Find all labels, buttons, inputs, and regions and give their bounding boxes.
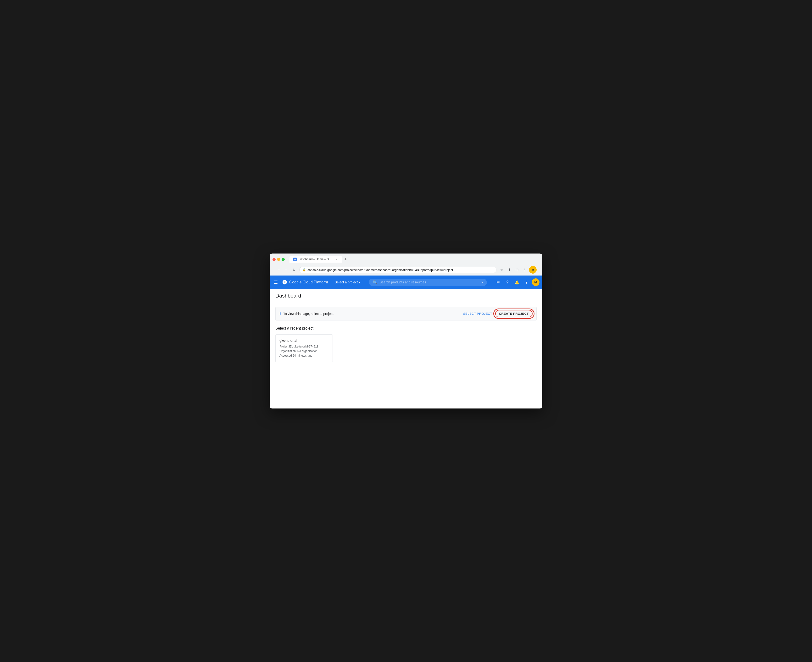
project-selector[interactable]: Select a project ▾ <box>333 280 362 285</box>
notifications-icon[interactable]: ✉ <box>494 278 502 286</box>
gcp-logo-text: Google Cloud Platform <box>289 280 328 284</box>
select-project-button[interactable]: SELECT PROJECT <box>463 312 492 315</box>
new-tab-button[interactable]: + <box>342 256 349 263</box>
create-project-button[interactable]: CREATE PROJECT <box>495 310 533 317</box>
user-avatar[interactable]: M <box>532 278 540 286</box>
browser-chrome: G Dashboard – Home – Google C... ✕ + ← →… <box>270 254 542 275</box>
traffic-light-close[interactable] <box>272 258 276 261</box>
create-project-wrapper: CREATE PROJECT <box>495 310 533 317</box>
search-input[interactable] <box>379 280 479 284</box>
extensions-button[interactable]: ⬡ <box>514 267 520 273</box>
info-banner-icon: ℹ <box>280 312 281 316</box>
topbar-actions: ✉ ? 🔔 ⋮ M <box>494 278 540 286</box>
traffic-light-minimize[interactable] <box>277 258 280 261</box>
page-title: Dashboard <box>275 293 537 299</box>
info-banner: ℹ To view this page, select a project. S… <box>275 307 537 320</box>
browser-window: G Dashboard – Home – Google C... ✕ + ← →… <box>270 254 542 408</box>
info-banner-message: To view this page, select a project. <box>283 312 461 316</box>
addressbar-actions: ☆ ℹ ⬡ ⋮ M <box>498 266 537 273</box>
tab-title: Dashboard – Home – Google C... <box>299 257 333 261</box>
gcp-logo-svg <box>282 280 287 285</box>
tab-favicon: G <box>293 257 297 261</box>
project-selector-chevron: ▾ <box>359 280 360 284</box>
info-button[interactable]: ℹ <box>506 267 513 273</box>
back-button[interactable]: ← <box>275 267 282 273</box>
hamburger-menu-icon[interactable]: ☰ <box>272 278 279 286</box>
more-options-icon[interactable]: ⋮ <box>522 278 531 286</box>
bookmark-button[interactable]: ☆ <box>498 267 505 273</box>
search-bar[interactable]: 🔍 ▾ <box>369 279 487 286</box>
lock-icon: 🔒 <box>302 268 306 272</box>
recent-projects-title: Select a recent project <box>275 326 537 331</box>
project-card-name: gke-tutorial <box>280 338 329 342</box>
url-text: console.cloud.google.com/projectselector… <box>307 268 493 272</box>
help-icon[interactable]: ? <box>503 278 512 286</box>
traffic-light-maximize[interactable] <box>281 258 285 261</box>
page-header: Dashboard <box>270 289 542 303</box>
bell-icon[interactable]: 🔔 <box>513 278 521 286</box>
more-button[interactable]: ⋮ <box>521 267 528 273</box>
traffic-lights <box>272 258 285 261</box>
search-icon: 🔍 <box>373 280 378 284</box>
project-card-org: Organization: No organization <box>280 349 329 353</box>
gcp-topbar: ☰ Google Cloud Platform Select a project… <box>270 275 542 289</box>
search-expand-icon[interactable]: ▾ <box>481 280 483 284</box>
gcp-content: Dashboard ℹ To view this page, select a … <box>270 289 542 408</box>
forward-button[interactable]: → <box>283 267 290 273</box>
chrome-avatar[interactable]: M <box>529 266 537 273</box>
page-body: ℹ To view this page, select a project. S… <box>270 303 542 366</box>
nav-buttons: ← → ↻ <box>275 267 297 273</box>
gcp-logo: Google Cloud Platform <box>282 280 328 285</box>
address-bar[interactable]: 🔒 console.cloud.google.com/projectselect… <box>299 267 497 273</box>
browser-addressbar: ← → ↻ 🔒 console.cloud.google.com/project… <box>272 265 540 275</box>
project-selector-label: Select a project <box>335 280 358 284</box>
info-banner-actions: SELECT PROJECT CREATE PROJECT <box>463 310 532 317</box>
browser-tabs: G Dashboard – Home – Google C... ✕ + <box>289 256 540 263</box>
browser-titlebar: G Dashboard – Home – Google C... ✕ + <box>272 256 540 263</box>
project-card-id: Project ID: gke-tutorial-274918 <box>280 344 329 349</box>
tab-close-button[interactable]: ✕ <box>334 257 338 261</box>
refresh-button[interactable]: ↻ <box>291 267 297 273</box>
project-card[interactable]: gke-tutorial Project ID: gke-tutorial-27… <box>275 334 333 362</box>
project-card-accessed: Accessed 24 minutes ago <box>280 353 329 358</box>
browser-tab-active[interactable]: G Dashboard – Home – Google C... ✕ <box>289 256 342 263</box>
recent-projects-section: Select a recent project gke-tutorial Pro… <box>275 326 537 362</box>
